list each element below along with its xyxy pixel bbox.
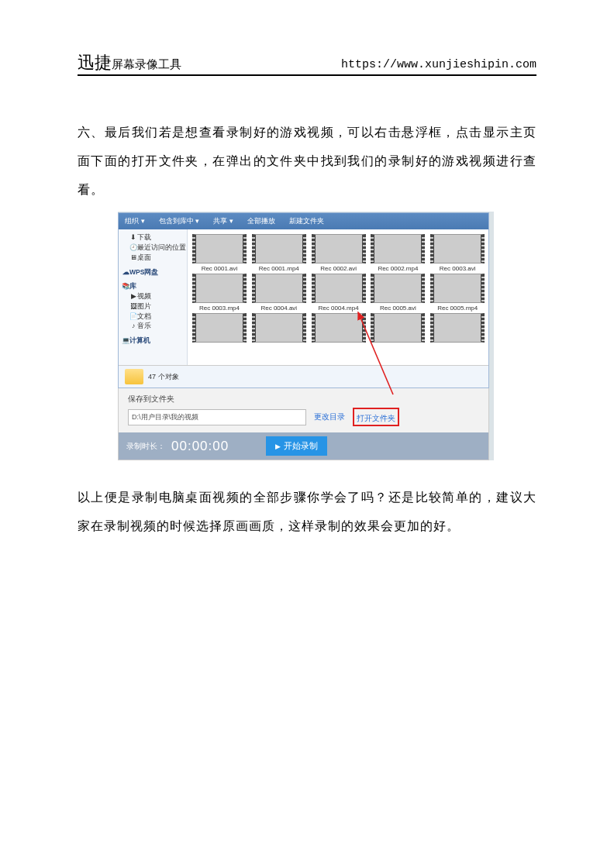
file-thumb[interactable]: Rec 0002.avi <box>312 234 366 272</box>
file-thumb[interactable]: Rec 0003.avi <box>430 234 485 272</box>
explorer-toolbar: 组织 ▾ 包含到库中 ▾ 共享 ▾ 全部播放 新建文件夹 <box>119 213 488 229</box>
video-icon: ▶ <box>129 291 137 301</box>
record-time-label: 录制时长： <box>126 441 165 452</box>
file-thumb[interactable]: Rec 0005.mp4 <box>430 274 485 312</box>
picture-icon: 🖼 <box>129 301 137 312</box>
side-music[interactable]: ♪音乐 <box>122 321 187 331</box>
side-wps[interactable]: ☁WPS网盘 <box>122 267 187 277</box>
tb-include[interactable]: 包含到库中 ▾ <box>159 216 200 226</box>
side-downloads[interactable]: ⬇下载 <box>122 232 187 243</box>
tb-playall[interactable]: 全部播放 <box>247 216 275 226</box>
side-desktop[interactable]: 🖥桌面 <box>122 253 187 263</box>
music-icon: ♪ <box>129 321 137 331</box>
file-thumb[interactable] <box>312 313 366 344</box>
explorer-sidebar: ⬇下载 🕘最近访问的位置 🖥桌面 ☁WPS网盘 📚库 ▶视频 🖼图片 📄文档 ♪… <box>119 229 188 365</box>
folder-icon <box>125 369 143 384</box>
explorer-window: 组织 ▾ 包含到库中 ▾ 共享 ▾ 全部播放 新建文件夹 ⬇下载 🕘最近访问的位… <box>118 212 489 388</box>
file-thumb[interactable]: Rec 0002.mp4 <box>371 234 425 272</box>
screenshot: 组织 ▾ 包含到库中 ▾ 共享 ▾ 全部播放 新建文件夹 ⬇下载 🕘最近访问的位… <box>118 212 494 460</box>
download-icon: ⬇ <box>129 232 137 243</box>
header-url: https://www.xunjieshipin.com <box>341 58 536 71</box>
tb-organize[interactable]: 组织 ▾ <box>125 216 145 226</box>
explorer-grid: Rec 0001.aviRec 0001.mp4Rec 0002.aviRec … <box>188 229 488 365</box>
page-header: 迅捷屏幕录像工具 https://www.xunjieshipin.com <box>78 54 536 76</box>
side-recent[interactable]: 🕘最近访问的位置 <box>122 243 187 253</box>
file-thumb[interactable] <box>371 313 425 344</box>
side-video[interactable]: ▶视频 <box>122 291 187 301</box>
computer-icon: 💻 <box>122 336 129 346</box>
file-thumb[interactable]: Rec 0004.mp4 <box>312 274 366 312</box>
library-icon: 📚 <box>122 281 129 291</box>
side-document[interactable]: 📄文档 <box>122 312 187 322</box>
document-icon: 📄 <box>129 312 137 322</box>
app-panel: 保存到文件夹 更改目录 打开文件夹 录制时长： 00:00:00 开始录制 <box>118 388 489 460</box>
file-thumb[interactable]: Rec 0003.mp4 <box>192 274 247 312</box>
file-thumb[interactable]: Rec 0001.avi <box>192 234 247 272</box>
save-label: 保存到文件夹 <box>119 388 488 408</box>
side-computer[interactable]: 💻计算机 <box>122 336 187 346</box>
tb-share[interactable]: 共享 ▾ <box>213 216 233 226</box>
change-dir-link[interactable]: 更改目录 <box>314 412 345 422</box>
header-title: 迅捷屏幕录像工具 <box>78 54 181 71</box>
record-bar: 录制时长： 00:00:00 开始录制 <box>119 432 488 460</box>
path-input[interactable] <box>128 409 306 425</box>
file-thumb[interactable] <box>192 313 247 344</box>
paragraph-1: 六、最后我们若是想查看录制好的游戏视频，可以右击悬浮框，点击显示主页面下面的打开… <box>78 119 536 204</box>
file-thumb[interactable]: Rec 0001.mp4 <box>252 234 306 272</box>
open-folder-link[interactable]: 打开文件夹 <box>357 414 395 422</box>
desktop-icon: 🖥 <box>129 253 137 263</box>
start-record-button[interactable]: 开始录制 <box>266 436 327 456</box>
file-thumb[interactable] <box>252 313 306 344</box>
side-library[interactable]: 📚库 <box>122 281 187 291</box>
record-time: 00:00:00 <box>171 439 229 454</box>
tb-newfolder[interactable]: 新建文件夹 <box>289 216 324 226</box>
recent-icon: 🕘 <box>129 243 137 253</box>
explorer-status: 47 个对象 <box>119 365 488 388</box>
file-thumb[interactable]: Rec 0004.avi <box>252 274 306 312</box>
status-text: 47 个对象 <box>148 372 179 382</box>
file-thumb[interactable] <box>430 313 485 344</box>
file-thumb[interactable]: Rec 0005.avi <box>371 274 425 312</box>
cloud-icon: ☁ <box>122 267 129 277</box>
side-picture[interactable]: 🖼图片 <box>122 301 187 312</box>
paragraph-2: 以上便是录制电脑桌面视频的全部步骤你学会了吗？还是比较简单的，建议大家在录制视频… <box>78 484 536 541</box>
